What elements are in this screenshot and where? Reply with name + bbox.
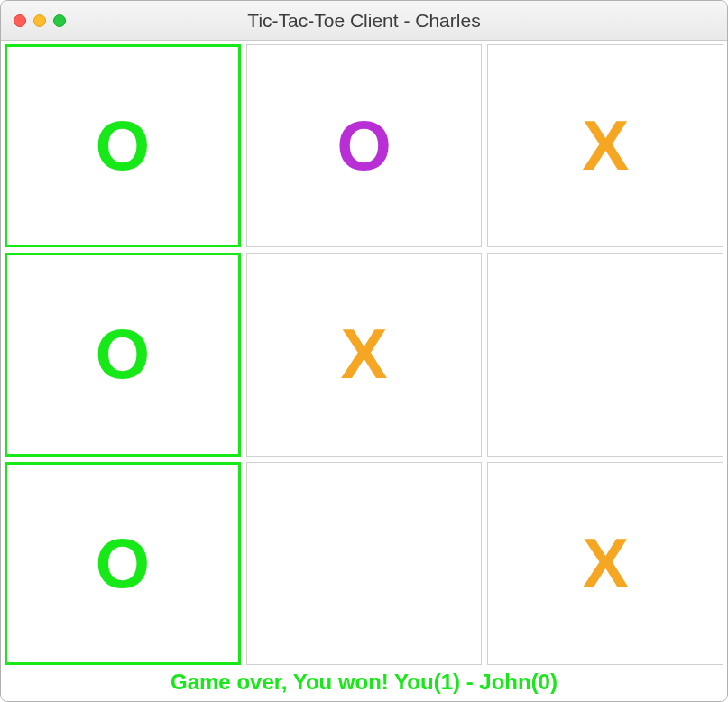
- content-area: O O X O X O X Game over, You won! You(1)…: [1, 41, 727, 701]
- cell-mark: X: [582, 105, 629, 187]
- status-text: Game over, You won! You(1) - John(0): [5, 665, 723, 697]
- window-controls: [14, 14, 66, 27]
- cell-0-2[interactable]: X: [487, 44, 723, 247]
- cell-1-2[interactable]: [487, 253, 723, 456]
- cell-2-1[interactable]: [246, 462, 483, 665]
- window-title: Tic-Tac-Toe Client - Charles: [1, 10, 727, 32]
- cell-mark: O: [95, 313, 150, 395]
- cell-mark: X: [340, 313, 387, 395]
- cell-mark: O: [336, 105, 392, 187]
- cell-0-0[interactable]: O: [5, 44, 241, 247]
- close-icon[interactable]: [14, 14, 26, 27]
- minimize-icon[interactable]: [33, 14, 46, 27]
- app-window: Tic-Tac-Toe Client - Charles O O X O X O…: [0, 0, 728, 702]
- cell-1-0[interactable]: O: [5, 253, 241, 456]
- cell-mark: O: [95, 105, 150, 187]
- titlebar: Tic-Tac-Toe Client - Charles: [1, 1, 727, 41]
- cell-mark: O: [95, 522, 150, 605]
- cell-0-1[interactable]: O: [246, 44, 483, 247]
- zoom-icon[interactable]: [53, 14, 66, 27]
- cell-mark: X: [582, 522, 629, 605]
- cell-2-2[interactable]: X: [487, 462, 723, 665]
- game-board: O O X O X O X: [5, 44, 723, 665]
- cell-2-0[interactable]: O: [5, 462, 241, 665]
- cell-1-1[interactable]: X: [246, 253, 483, 456]
